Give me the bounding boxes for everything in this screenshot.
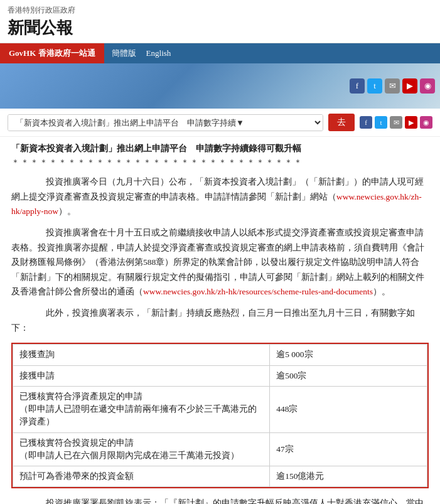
announce-select-wrap: 「新資本投資者入境計劃」推出網上申請平台 申請數字持續▼ [8, 114, 323, 131]
table-label-cell: 已獲核實符合淨資產規定的申請 （即申請人已證明在遞交申請前兩年擁有不少於三千萬港… [13, 386, 270, 432]
link-apply-now[interactable]: www.newcies.gov.hk/zh-hk/apply-now [11, 192, 422, 217]
youtube-banner-icon[interactable]: ▶ [402, 78, 417, 94]
banner: f t ✉ ▶ ◉ [0, 63, 440, 109]
yt-small-icon[interactable]: ▶ [405, 116, 417, 129]
announce-bar: 「新資本投資者入境計劃」推出網上申請平台 申請數字持續▼ 去 f t ✉ ▶ ◉ [0, 109, 440, 137]
banner-social-icons: f t ✉ ▶ ◉ [350, 78, 435, 94]
table-label-cell: 接獲查詢 [13, 345, 270, 365]
table-label-cell: 預計可為香港帶來的投資金額 [13, 466, 270, 487]
stats-table-wrap: 接獲查詢逾5 000宗接獲申請逾500宗已獲核實符合淨資產規定的申請 （即申請人… [11, 343, 429, 488]
instagram-banner-icon[interactable]: ◉ [420, 78, 435, 94]
main-content: 「新資本投資者入境計劃」推出網上申請平台 申請數字持續錄得可觀升幅 ＊＊＊＊＊＊… [0, 137, 440, 504]
table-row: 接獲申請逾500宗 [13, 365, 427, 386]
table-row: 預計可為香港帶來的投資金額逾150億港元 [13, 466, 427, 487]
stars-divider: ＊＊＊＊＊＊＊＊＊＊＊＊＊＊＊＊＊＊＊＊＊＊＊＊＊＊＊＊＊＊＊ [11, 157, 429, 168]
nav-bar: GovHK 香港政府一站通 簡體版 English [0, 43, 440, 63]
headline-title: 「新資本投資者入境計劃」推出網上申請平台 申請數字持續錄得可觀升幅 [11, 143, 429, 154]
twitter-banner-icon[interactable]: t [367, 78, 382, 94]
paragraph-1: 投資推廣署今日（九月十六日）公布，「新資本投資者入境計劃」（「新計劃」）的申請人… [11, 174, 429, 219]
gov-title: 香港特別行政區政府 [8, 5, 432, 16]
simplified-link[interactable]: 簡體版 [112, 48, 136, 59]
nav-links: 簡體版 English [104, 43, 179, 63]
table-value-cell: 47宗 [270, 432, 427, 466]
paragraph-4: 投資推廣署署長劉凱旋表示：「『新計劃』的申請數字升幅反映高淨值人士對香港充滿信心… [11, 496, 429, 504]
tw-small-icon[interactable]: t [375, 116, 387, 129]
paragraph-2: 投資推廣署會在十月十五日或之前繼續接收申請人以紙本形式提交淨資產審查或投資規定審… [11, 225, 429, 299]
stats-table: 接獲查詢逾5 000宗接獲申請逾500宗已獲核實符合淨資產規定的申請 （即申請人… [13, 344, 427, 487]
govhk-link[interactable]: GovHK 香港政府一站通 [0, 43, 104, 63]
page-title: 新聞公報 [8, 17, 432, 39]
announce-select[interactable]: 「新資本投資者入境計劃」推出網上申請平台 申請數字持續▼ [8, 115, 323, 131]
announce-social: f t ✉ ▶ ◉ [360, 116, 432, 129]
table-row: 已獲核實符合投資規定的申請 （即申請人已在六個月限期內完成在港三千萬港元投資）4… [13, 432, 427, 466]
page-header: 香港特別行政區政府 新聞公報 [0, 0, 440, 43]
facebook-banner-icon[interactable]: f [350, 78, 365, 94]
table-value-cell: 逾150億港元 [270, 466, 427, 487]
table-value-cell: 逾500宗 [270, 365, 427, 386]
ig-small-icon[interactable]: ◉ [420, 116, 432, 129]
page-wrapper: 香港特別行政區政府 新聞公報 GovHK 香港政府一站通 簡體版 English… [0, 0, 440, 504]
table-value-cell: 逾5 000宗 [270, 345, 427, 365]
fb-small-icon[interactable]: f [360, 116, 372, 129]
english-link[interactable]: English [146, 48, 171, 58]
table-value-cell: 448宗 [270, 386, 427, 432]
email-banner-icon[interactable]: ✉ [385, 78, 400, 94]
paragraph-3: 此外，投資推廣署表示，「新計劃」持續反應熱烈，自三月一日推出至九月十三日，有關數… [11, 306, 429, 335]
link-resources[interactable]: www.newcies.gov.hk/zh-hk/resources/schem… [143, 287, 373, 296]
table-label-cell: 已獲核實符合投資規定的申請 （即申請人已在六個月限期內完成在港三千萬港元投資） [13, 432, 270, 466]
table-row: 已獲核實符合淨資產規定的申請 （即申請人已證明在遞交申請前兩年擁有不少於三千萬港… [13, 386, 427, 432]
em-small-icon[interactable]: ✉ [390, 116, 402, 129]
table-label-cell: 接獲申請 [13, 365, 270, 386]
table-row: 接獲查詢逾5 000宗 [13, 345, 427, 365]
go-button[interactable]: 去 [328, 114, 355, 131]
